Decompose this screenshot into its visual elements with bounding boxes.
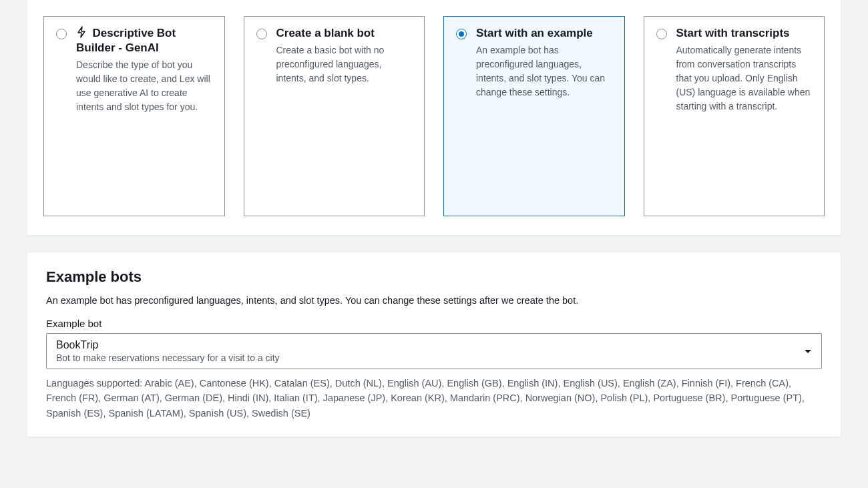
option-title: Start with an example	[476, 27, 593, 39]
radio-example[interactable]	[456, 29, 467, 39]
option-description: Describe the type of bot you would like …	[76, 58, 212, 114]
example-bots-heading: Example bots	[46, 268, 822, 286]
radio-transcripts[interactable]	[656, 29, 667, 39]
option-title: Start with transcripts	[676, 27, 790, 39]
option-title: Descriptive Bot Builder - GenAI	[76, 27, 176, 54]
example-bots-subtext: An example bot has preconfigured languag…	[46, 295, 822, 306]
languages-supported-text: Languages supported: Arabic (AE), Canton…	[46, 376, 822, 421]
example-bot-select[interactable]: BookTrip Bot to make reservations necess…	[46, 333, 822, 369]
creation-options-row: Descriptive Bot Builder - GenAI Describe…	[43, 16, 825, 216]
caret-down-icon	[804, 345, 812, 357]
example-bot-field-label: Example bot	[46, 318, 822, 329]
option-title: Create a blank bot	[276, 27, 375, 39]
radio-blank[interactable]	[256, 29, 267, 39]
option-card-blank[interactable]: Create a blank bot Create a basic bot wi…	[244, 16, 425, 216]
bolt-icon	[76, 26, 87, 41]
option-card-genai[interactable]: Descriptive Bot Builder - GenAI Describe…	[43, 16, 225, 216]
example-bots-panel: Example bots An example bot has preconfi…	[27, 252, 841, 437]
creation-method-panel: Descriptive Bot Builder - GenAI Describe…	[27, 0, 841, 236]
option-description: Create a basic bot with no preconfigured…	[276, 43, 413, 85]
option-description: An example bot has preconfigured languag…	[476, 43, 612, 99]
radio-genai[interactable]	[56, 29, 67, 39]
option-card-transcripts[interactable]: Start with transcripts Automatically gen…	[644, 16, 825, 216]
example-bot-select-value: BookTrip	[56, 339, 795, 351]
option-card-example[interactable]: Start with an example An example bot has…	[443, 16, 625, 216]
example-bot-select-description: Bot to make reservations necessary for a…	[56, 352, 795, 363]
option-description: Automatically generate intents from conv…	[676, 43, 813, 113]
